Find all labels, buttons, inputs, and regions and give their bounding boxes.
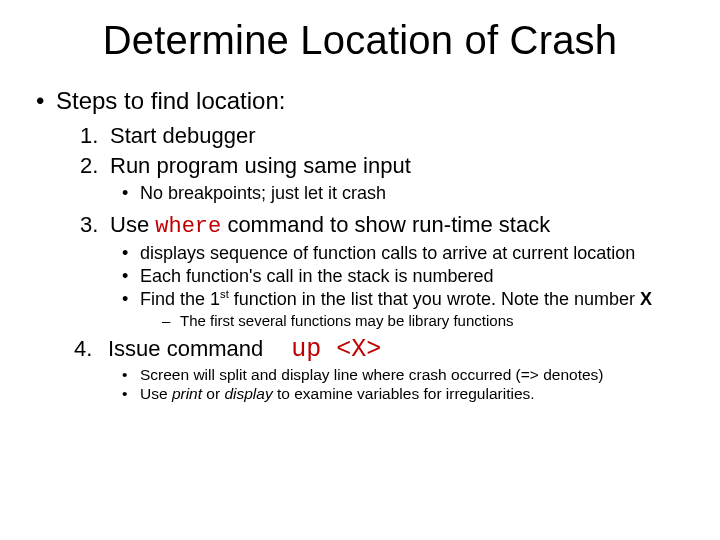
step-3-sub-a-text: displays sequence of function calls to a… bbox=[140, 243, 635, 263]
print-keyword: print bbox=[172, 385, 202, 402]
step-4-sub-b-pre: Use bbox=[140, 385, 172, 402]
step-2-num: 2. bbox=[80, 153, 110, 179]
step-4-text: Issue command bbox=[108, 336, 263, 361]
step-3-sub-a: •displays sequence of function calls to … bbox=[122, 243, 690, 264]
step-1: 1.Start debugger bbox=[80, 123, 690, 149]
step-4-sub-b-mid: or bbox=[202, 385, 224, 402]
step-3: 3.Use where command to show run-time sta… bbox=[80, 212, 690, 239]
step-4-sub-b-post: to examine variables for irregularities. bbox=[273, 385, 535, 402]
bullet-icon: • bbox=[122, 385, 140, 403]
dash-icon: – bbox=[162, 312, 180, 329]
step-1-num: 1. bbox=[80, 123, 110, 149]
bullet-icon: • bbox=[36, 87, 56, 115]
step-1-text: Start debugger bbox=[110, 123, 256, 148]
intro-text: Steps to find location: bbox=[56, 87, 285, 114]
step-2-sub-a-text: No breakpoints; just let it crash bbox=[140, 183, 386, 203]
step-3-post: command to show run-time stack bbox=[221, 212, 550, 237]
slide-title: Determine Location of Crash bbox=[30, 18, 690, 63]
display-keyword: display bbox=[224, 385, 272, 402]
step-3-sub-c: •Find the 1st function in the list that … bbox=[122, 289, 690, 310]
step-4-sub-a-text: Screen will split and display line where… bbox=[140, 366, 604, 383]
step-2-text: Run program using same input bbox=[110, 153, 411, 178]
step-4: 4.Issue commandup <X> bbox=[74, 335, 690, 364]
bullet-icon: • bbox=[122, 266, 140, 287]
step-4-num: 4. bbox=[74, 336, 108, 362]
step-3-note-text: The first several functions may be libra… bbox=[180, 312, 513, 329]
step-4-sub-a: •Screen will split and display line wher… bbox=[122, 366, 690, 384]
bullet-icon: • bbox=[122, 366, 140, 384]
step-3-sub-c-pre: Find the 1 bbox=[140, 289, 220, 309]
where-command: where bbox=[155, 214, 221, 239]
step-3-sub-c-post: function in the list that you wrote. Not… bbox=[229, 289, 640, 309]
step-3-num: 3. bbox=[80, 212, 110, 238]
intro-line: •Steps to find location: bbox=[36, 87, 690, 115]
step-3-sub-b: •Each function's call in the stack is nu… bbox=[122, 266, 690, 287]
step-3-note: –The first several functions may be libr… bbox=[162, 312, 690, 329]
bullet-icon: • bbox=[122, 183, 140, 204]
up-command: up <X> bbox=[291, 335, 381, 364]
step-3-pre: Use bbox=[110, 212, 155, 237]
step-3-sub-b-text: Each function's call in the stack is num… bbox=[140, 266, 494, 286]
step-4-sub-b: •Use print or display to examine variabl… bbox=[122, 385, 690, 403]
bullet-icon: • bbox=[122, 243, 140, 264]
bullet-icon: • bbox=[122, 289, 140, 310]
step-2-sub-a: •No breakpoints; just let it crash bbox=[122, 183, 690, 204]
step-3-sub-c-x: X bbox=[640, 289, 652, 309]
ordinal-sup: st bbox=[220, 288, 229, 300]
step-2: 2.Run program using same input bbox=[80, 153, 690, 179]
